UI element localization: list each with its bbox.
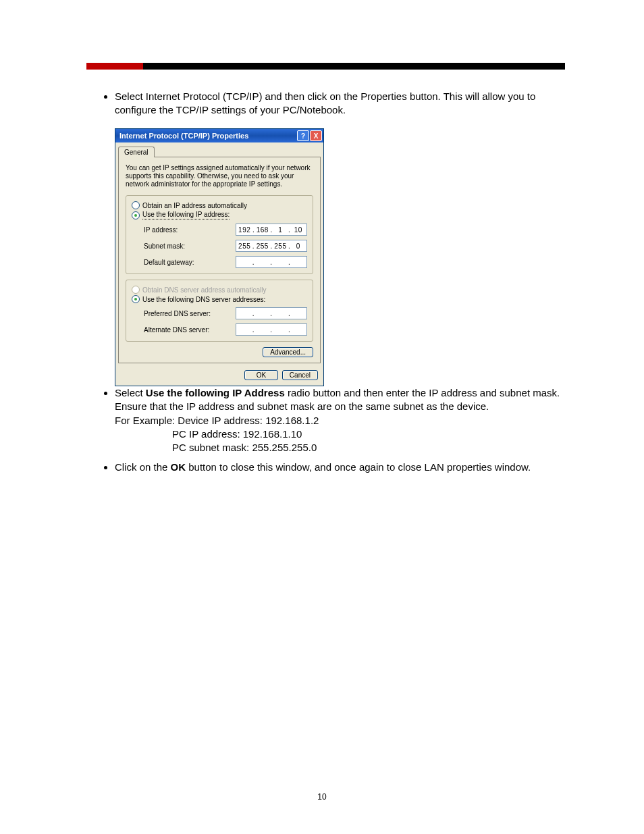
instruction-item: Select Internet Protocol (TCP/IP) and th…: [115, 90, 566, 118]
default-gateway-input[interactable]: . . .: [236, 256, 307, 268]
ip-settings-group: Obtain an IP address automatically Use t…: [126, 195, 313, 274]
dialog-title: Internet Protocol (TCP/IP) Properties: [119, 132, 248, 140]
dns-settings-group: Obtain DNS server address automatically …: [126, 280, 313, 342]
close-icon[interactable]: X: [310, 130, 322, 141]
instruction-list: Click on the OK button to close this win…: [100, 461, 566, 474]
radio-use-following-ip[interactable]: Use the following IP address:: [132, 211, 307, 219]
example-line: For Example: Device IP address: 192.168.…: [115, 415, 319, 426]
instruction-item: Click on the OK button to close this win…: [115, 461, 566, 474]
radio-obtain-dns-auto: Obtain DNS server address automatically: [132, 286, 307, 294]
page-number: 10: [0, 792, 644, 802]
instruction-list: Select Internet Protocol (TCP/IP) and th…: [100, 90, 566, 118]
label-default-gateway: Default gateway:: [144, 259, 194, 266]
radio-label: Use the following IP address:: [142, 211, 230, 219]
instruction-item: Select Use the following IP Address radi…: [115, 386, 566, 454]
preferred-dns-input[interactable]: . . .: [236, 307, 307, 319]
tab-general[interactable]: General: [118, 147, 155, 157]
label-alternate-dns: Alternate DNS server:: [144, 326, 209, 334]
radio-label: Obtain an IP address automatically: [142, 202, 247, 209]
dialog-titlebar[interactable]: Internet Protocol (TCP/IP) Properties ? …: [115, 129, 323, 142]
subnet-mask-input[interactable]: 255. 255. 255. 0: [236, 240, 307, 252]
example-line: PC subnet mask: 255.255.255.0: [172, 442, 317, 453]
alternate-dns-input[interactable]: . . .: [236, 323, 307, 336]
header-bar-accent: [86, 63, 143, 70]
ip-address-input[interactable]: 192. 168. 1. 10: [236, 224, 307, 236]
label-subnet-mask: Subnet mask:: [144, 242, 185, 250]
radio-use-following-dns[interactable]: Use the following DNS server addresses:: [132, 295, 307, 303]
radio-label: Obtain DNS server address automatically: [142, 286, 266, 294]
label-ip-address: IP address:: [144, 226, 178, 234]
instruction-list: Select Use the following IP Address radi…: [100, 386, 566, 454]
ok-button[interactable]: OK: [244, 370, 278, 380]
label-preferred-dns: Preferred DNS server:: [144, 310, 211, 317]
advanced-button[interactable]: Advanced...: [263, 347, 313, 357]
example-line: PC IP address: 192.168.1.10: [172, 428, 302, 440]
radio-label: Use the following DNS server addresses:: [142, 296, 265, 303]
radio-obtain-ip-auto[interactable]: Obtain an IP address automatically: [132, 201, 307, 209]
header-bar: [86, 63, 565, 70]
dialog-description: You can get IP settings assigned automat…: [126, 164, 313, 188]
help-icon[interactable]: ?: [297, 130, 309, 141]
cancel-button[interactable]: Cancel: [282, 370, 318, 380]
tcpip-properties-dialog: Internet Protocol (TCP/IP) Properties ? …: [115, 128, 324, 386]
